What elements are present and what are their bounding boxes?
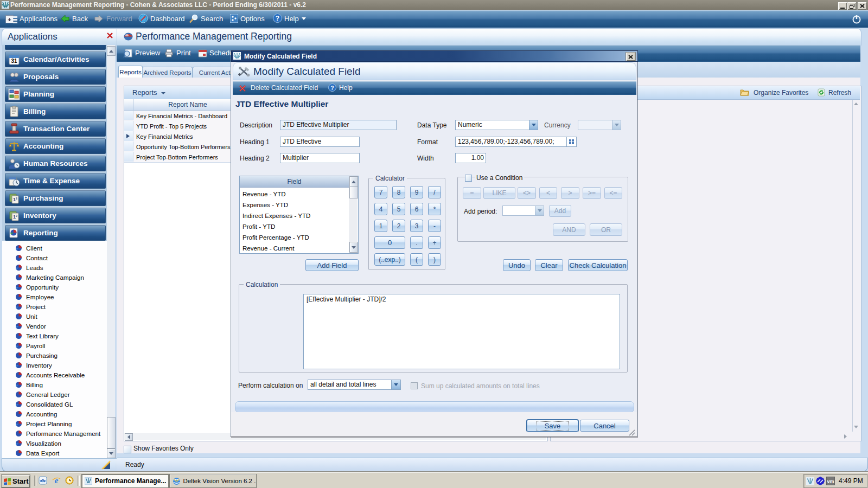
svg-text:?: ? xyxy=(330,85,334,91)
svg-text:?: ? xyxy=(276,15,279,22)
svg-text:vm: vm xyxy=(827,479,834,484)
svg-text:31: 31 xyxy=(11,58,17,64)
svg-text:1²: 1² xyxy=(13,197,17,202)
svg-text:1²: 1² xyxy=(13,214,17,220)
svg-text:e: e xyxy=(55,476,59,485)
